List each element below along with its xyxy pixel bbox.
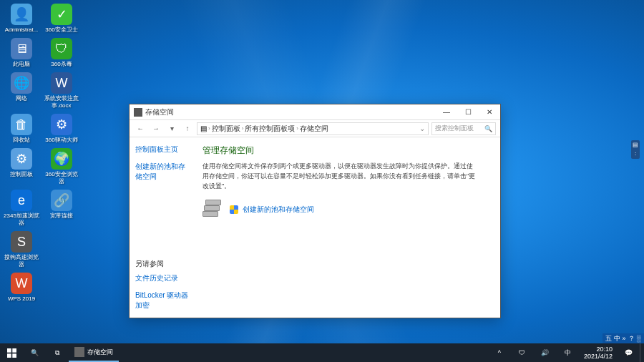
clock-time: 20:10 [584, 346, 613, 353]
360-antivirus-icon: 🛡 [51, 38, 72, 59]
this-pc-icon: 🖥 [11, 38, 32, 59]
search-icon: 🔍 [484, 125, 492, 132]
window-titlebar[interactable]: 存储空间 — ☐ ✕ [130, 104, 500, 120]
taskbar: 🔍 ⧉ 存储空间 ^🛡🔊中 20:10 2021/4/12 💬 [0, 343, 644, 362]
clock[interactable]: 20:10 2021/4/12 [580, 346, 617, 360]
svg-rect-1 [12, 348, 16, 353]
administrator-icon: 👤 [11, 4, 32, 25]
storage-spaces-window: 存储空间 — ☐ ✕ ← → ▾ ↑ ▤ › 控制面板 › 所有控制面板项 › … [129, 104, 501, 318]
desktop-icon-label: 360安全卫士 [45, 26, 77, 34]
breadcrumb-segment[interactable]: 控制面板 [212, 124, 240, 134]
desktop-icon-label: 控制面板 [10, 171, 33, 178]
desktop-icon-label: 回收站 [13, 137, 30, 144]
search-input[interactable]: 搜索控制面板 🔍 [431, 122, 496, 135]
desktop-icon-control-panel[interactable]: ⚙控制面板 [4, 148, 39, 185]
desktop-icon-label: 360安全浏览器 [44, 171, 79, 185]
desktop-icon-sogou-browser[interactable]: S搜狗高速浏览器 [4, 231, 39, 268]
desktop-icon-label: 搜狗高速浏览器 [4, 254, 39, 268]
ime-item[interactable]: : [635, 150, 636, 157]
system-tray: ^🛡🔊中 20:10 2021/4/12 💬 [488, 343, 644, 362]
desktop-icon-wps-2019[interactable]: WWPS 2019 [4, 273, 39, 303]
desktop-icon-broadband[interactable]: 🔗宽带连接 [44, 190, 79, 227]
desktop-icon-label: 系统安装注意事.docx [44, 95, 79, 109]
history-dropdown[interactable]: ▾ [165, 122, 178, 135]
tray-icon[interactable]: 🔊 [534, 343, 557, 362]
app-icon [74, 347, 84, 357]
notifications-button[interactable]: 💬 [617, 343, 640, 362]
left-navigation: 控制面板主页 创建新的池和存储空间 另请参阅 文件历史记录 BitLocker … [130, 137, 195, 318]
forward-button[interactable]: → [150, 122, 162, 135]
taskbar-app-storage-spaces[interactable]: 存储空间 [69, 343, 119, 362]
desktop-icon-label: Administrat... [5, 26, 39, 34]
360-driver-icon: ⚙ [51, 114, 72, 135]
desktop-icon-this-pc[interactable]: 🖥此电脑 [4, 38, 39, 68]
chevron-right-icon: › [242, 125, 244, 132]
tray-icon[interactable]: ^ [488, 343, 511, 362]
close-button[interactable]: ✕ [479, 104, 500, 120]
start-button[interactable] [0, 343, 23, 362]
desktop-icon-label: 此电脑 [13, 61, 30, 68]
window-icon [134, 108, 142, 117]
desktop-icon-360-safe[interactable]: ✓360安全卫士 [44, 4, 79, 34]
360-safe-icon: ✓ [51, 4, 72, 25]
install-doc-icon: W [51, 72, 72, 94]
search-button[interactable]: 🔍 [23, 343, 46, 362]
control-panel-home-link[interactable]: 控制面板主页 [135, 145, 190, 155]
ime-indicator[interactable]: » [623, 335, 626, 342]
breadcrumb-dropdown[interactable]: ⌄ [419, 124, 425, 132]
show-desktop-button[interactable] [640, 343, 644, 362]
tray-icon[interactable]: 中 [557, 343, 580, 362]
create-storage-space-link[interactable]: 创建新的池和存储空间 [243, 205, 314, 215]
ime-indicator[interactable]: 五 [605, 334, 612, 343]
maximize-button[interactable]: ☐ [457, 104, 479, 120]
create-pool-link[interactable]: 创建新的池和存储空间 [135, 162, 190, 182]
desktop-icon-label: 宽带连接 [50, 212, 73, 220]
up-button[interactable]: ↑ [181, 122, 194, 135]
tray-icon[interactable]: 🛡 [511, 343, 534, 362]
broadband-icon: 🔗 [51, 190, 72, 211]
ime-floating-toolbar[interactable]: ▤ : [631, 140, 640, 159]
network-icon: 🌐 [11, 72, 32, 94]
ime-status-bar[interactable]: 五中»？░ [602, 333, 644, 343]
file-history-link[interactable]: 文件历史记录 [135, 273, 190, 283]
breadcrumb-segment[interactable]: 存储空间 [300, 124, 328, 134]
desktop-icon-label: 网络 [16, 95, 27, 102]
ime-indicator[interactable]: ░ [637, 335, 641, 342]
see-also-label: 另请参阅 [135, 259, 190, 269]
control-panel-icon: ⚙ [11, 148, 32, 170]
drives-stack-icon [203, 200, 225, 220]
svg-rect-3 [12, 353, 16, 358]
breadcrumb-segment[interactable]: 所有控制面板项 [245, 124, 295, 134]
uac-shield-icon [230, 205, 238, 214]
desktop-icon-install-doc[interactable]: W系统安装注意事.docx [44, 72, 79, 109]
description-text: 使用存储空间将文件保存到两个或更多驱动器，以便在驱动器发生故障时为你提供保护。通… [203, 161, 479, 191]
desktop-icon-label: 2345加速浏览器 [4, 212, 39, 227]
task-view-button[interactable]: ⧉ [46, 343, 69, 362]
desktop-icons-area: 👤Administrat...✓360安全卫士🖥此电脑🛡360杀毒🌐网络W系统安… [4, 4, 79, 303]
minimize-button[interactable]: — [436, 104, 457, 120]
desktop-icon-network[interactable]: 🌐网络 [4, 72, 39, 109]
desktop-icon-recycle-bin[interactable]: 🗑回收站 [4, 114, 39, 144]
desktop-icon-360-driver[interactable]: ⚙360驱动大师 [44, 114, 79, 144]
ime-indicator[interactable]: 中 [614, 334, 620, 343]
desktop-icon-360-antivirus[interactable]: 🛡360杀毒 [44, 38, 79, 68]
desktop-icon-administrator[interactable]: 👤Administrat... [4, 4, 39, 34]
svg-rect-2 [7, 353, 11, 358]
bitlocker-link[interactable]: BitLocker 驱动器加密 [135, 290, 190, 310]
chevron-right-icon: › [208, 125, 210, 132]
back-button[interactable]: ← [134, 122, 147, 135]
ime-indicator[interactable]: ？ [628, 334, 635, 343]
create-storage-space-row: 创建新的池和存储空间 [203, 200, 479, 220]
desktop-icon-2345-browser[interactable]: e2345加速浏览器 [4, 190, 39, 227]
chevron-right-icon: › [296, 125, 298, 132]
breadcrumb[interactable]: ▤ › 控制面板 › 所有控制面板项 › 存储空间 ⌄ [197, 122, 429, 135]
2345-browser-icon: e [11, 190, 32, 211]
page-heading: 管理存储空间 [203, 145, 479, 157]
recycle-bin-icon: 🗑 [11, 114, 32, 135]
sogou-browser-icon: S [11, 231, 32, 253]
ime-item[interactable]: ▤ [633, 142, 638, 149]
desktop-icon-360-browser[interactable]: 🌍360安全浏览器 [44, 148, 79, 185]
search-placeholder: 搜索控制面板 [435, 124, 474, 133]
window-title: 存储空间 [145, 107, 436, 117]
svg-rect-0 [7, 348, 11, 353]
